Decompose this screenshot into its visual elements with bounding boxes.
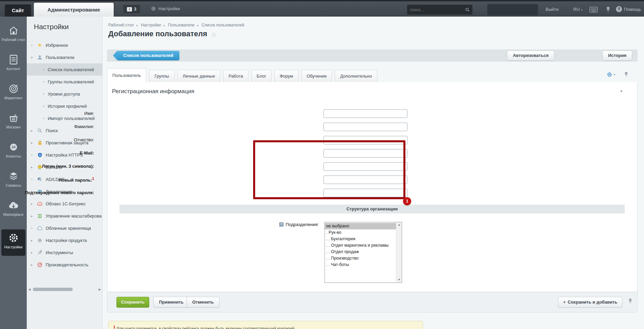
sidebar-item-favorites[interactable]: • ★ Избранное — [27, 39, 103, 51]
input-email[interactable] — [324, 149, 407, 158]
sidebar-item-tools[interactable]: ▸ Инструменты — [27, 246, 103, 259]
field-label: Имя: — [84, 111, 94, 116]
help-icon[interactable]: ? — [616, 6, 622, 12]
scroll-right-arrow[interactable]: ▶ — [97, 288, 103, 291]
svg-text:24: 24 — [12, 145, 16, 149]
listbox-option[interactable]: . . Бухгалтерия — [325, 236, 396, 242]
tab-groups[interactable]: Группы — [149, 70, 174, 82]
search-icon[interactable] — [465, 7, 470, 12]
red-cloud-icon — [37, 201, 43, 207]
sidebar-item-user-groups[interactable]: • Группы пользователей — [27, 76, 103, 88]
tab-learning[interactable]: Обучение — [301, 70, 332, 82]
lock-icon — [37, 140, 43, 146]
tab-work[interactable]: Работа — [223, 70, 248, 82]
breadcrumb-desktop[interactable]: Рабочий стол — [108, 23, 138, 27]
tab-administration[interactable]: Администрирование — [34, 3, 114, 17]
field-label: Отчество: — [74, 137, 94, 142]
sidebar-item-users[interactable]: ▾ Пользователи — [27, 51, 103, 63]
sidebar-item-access-levels[interactable]: • Уровни доступа — [27, 88, 103, 100]
tab-settings-gear[interactable]: ▾ — [607, 72, 615, 77]
scroll-left-arrow[interactable]: ◀ — [27, 288, 32, 291]
back-to-list-ribbon[interactable]: Список пользователей — [117, 51, 179, 60]
breadcrumb: Рабочий стол Настройки Пользователи Спис… — [108, 23, 244, 27]
listbox-option[interactable]: . . Производство — [325, 255, 396, 262]
rail-item-content[interactable]: Контент — [0, 55, 27, 71]
field-label: Подтверждение нового пароля: — [25, 190, 94, 195]
sidebar-item-product-settings[interactable]: ▸ Настройки продукта — [27, 234, 103, 246]
tab-forum[interactable]: Форум — [274, 70, 298, 82]
input-new-password[interactable] — [324, 176, 407, 184]
field-label: Логин (мин. 3 символа): — [42, 164, 94, 169]
history-button[interactable]: История — [602, 50, 632, 61]
listbox-option[interactable]: . Рук-во — [325, 229, 396, 236]
language-selector[interactable]: RU ▾ — [573, 7, 582, 12]
input-middlename[interactable] — [324, 136, 407, 144]
cloud-download-icon — [8, 200, 19, 210]
sidebar-item-profile-history[interactable]: • История профилей — [27, 100, 103, 112]
listbox-scrollbar: ▲ ▼ — [396, 222, 402, 283]
tab-blog[interactable]: Блог — [251, 70, 271, 82]
page-title: Добавление пользователя — [108, 29, 207, 38]
rail-item-shop[interactable]: Магазин — [0, 113, 27, 129]
rail-item-clients[interactable]: 24 Клиенты — [0, 142, 27, 158]
listbox-option[interactable]: не выбрано — [325, 223, 396, 229]
apply-button[interactable]: Применить — [153, 297, 189, 308]
pin-icon[interactable] — [624, 71, 629, 78]
scroll-up-arrow[interactable]: ▲ — [396, 222, 402, 228]
topbar-settings-button[interactable]: Настройки — [151, 6, 180, 11]
logout-link[interactable]: Выйти — [546, 7, 559, 12]
departments-listbox: не выбрано . Рук-во . . Бухгалтерия . . … — [325, 222, 402, 283]
search-input[interactable] — [407, 7, 465, 12]
pin-icon[interactable] — [605, 6, 611, 13]
scrollbar-thumb[interactable] — [33, 288, 73, 291]
footnote-marker: 1 — [92, 177, 94, 181]
input-lastname[interactable] — [324, 123, 407, 131]
listbox-option[interactable]: . . Чат-боты — [325, 262, 396, 268]
gear-outline-icon — [37, 238, 43, 243]
form-row-email: E-Mail: — [107, 149, 412, 158]
pin-icon[interactable] — [628, 298, 633, 304]
rail-item-settings[interactable]: Настройки — [0, 233, 27, 249]
sidebar-horizontal-scrollbar: ◀ ▶ — [27, 286, 103, 292]
keyboard-icon[interactable] — [590, 7, 598, 13]
input-name[interactable] — [324, 109, 407, 118]
collapse-chevron-icon[interactable]: ▾ — [620, 89, 622, 94]
user-account-area[interactable] — [487, 4, 538, 15]
save-and-add-button[interactable]: +Сохранить и добавить — [558, 297, 622, 308]
notifications-button[interactable]: i 3 — [123, 4, 140, 14]
tools-icon — [37, 250, 43, 255]
help-link[interactable]: Помощь — [624, 7, 641, 12]
rail-item-marketing[interactable]: Маркетинг — [0, 84, 27, 100]
tab-user[interactable]: Пользователь — [107, 68, 146, 82]
sidebar-item-scaling-management[interactable]: ▸ Управление масштабирова — [27, 210, 103, 222]
save-button[interactable]: Сохранить — [116, 297, 149, 308]
footer-button-bar: Сохранить Применить Отменить +Сохранить … — [107, 292, 638, 312]
cancel-button[interactable]: Отменить — [186, 297, 220, 308]
form-row-middlename: Отчество: — [107, 136, 412, 145]
info-icon[interactable]: ? — [279, 222, 284, 227]
rail-item-marketplace[interactable]: Marketplace — [0, 200, 27, 217]
breadcrumb-user-list[interactable]: Список пользователей — [202, 23, 244, 27]
tab-site[interactable]: Сайт — [5, 4, 31, 17]
input-login[interactable] — [324, 162, 407, 171]
listbox-option[interactable]: . . Отдел продаж — [325, 249, 396, 255]
authorize-button[interactable]: Авторизоваться — [507, 50, 554, 61]
input-confirm-password[interactable] — [324, 189, 407, 197]
breadcrumb-settings[interactable]: Настройки — [141, 23, 165, 27]
sidebar-item-performance[interactable]: ▸ Производительность — [27, 259, 103, 271]
form-panel: Регистрационная информация ▾ Имя: Фамили… — [107, 82, 638, 292]
rail-item-desktop[interactable]: Рабочий стол — [0, 25, 27, 42]
breadcrumb-users[interactable]: Пользователи — [168, 23, 199, 27]
scroll-down-arrow[interactable]: ▼ — [396, 277, 402, 283]
tab-personal-data[interactable]: Личные данные — [177, 70, 221, 82]
favorite-star-icon[interactable]: ☆ — [211, 31, 217, 39]
sidebar-item-bitrix-cloud[interactable]: ▸ Облако 1С-Битрикс — [27, 198, 103, 210]
sidebar-item-user-list[interactable]: • Список пользователей — [27, 63, 103, 76]
star-icon: ★ — [37, 42, 43, 48]
field-label: Фамилия: — [74, 124, 94, 129]
listbox-option[interactable]: . . Отдел маркетинга и рекламы — [325, 242, 396, 249]
rail-item-services[interactable]: Сервисы — [0, 171, 27, 187]
tab-additional[interactable]: Дополнительно — [335, 70, 377, 82]
sidebar-item-cloud-storage[interactable]: • Облачные хранилища — [27, 222, 103, 234]
gauge-icon — [37, 262, 43, 268]
